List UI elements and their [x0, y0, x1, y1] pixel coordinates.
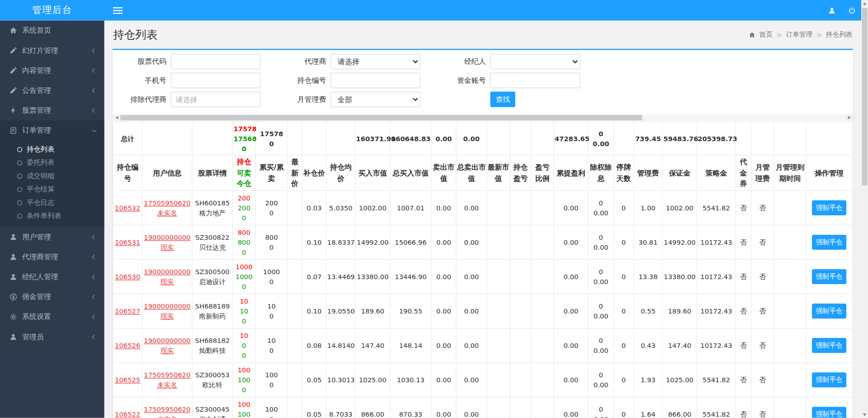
col-header-position-profit: 持仓盈亏 — [510, 155, 531, 191]
horizontal-scrollbar[interactable] — [113, 114, 853, 121]
menu-toggle-icon[interactable] — [113, 7, 123, 14]
sidebar-subitem-entrust[interactable]: 委托列表 — [0, 156, 104, 169]
sidebar-subitem-label: 平仓结算 — [27, 185, 54, 194]
col-header-mgmt-fee: 管理费 — [634, 155, 663, 191]
sidebar-item-content[interactable]: 内容管理 — [0, 61, 104, 81]
sidebar-item-home[interactable]: 系统首页 — [0, 20, 104, 40]
position-id-link[interactable]: 106525 — [115, 376, 140, 384]
sidebar-subitem-close-settle[interactable]: 平仓结算 — [0, 183, 104, 196]
broker-select[interactable] — [490, 54, 580, 69]
exclude-agent-input[interactable] — [171, 91, 261, 107]
user-tag-link[interactable]: 未实名 — [157, 209, 177, 217]
user-tag-link[interactable]: 未实名 — [157, 415, 177, 418]
totals-cell: 160648.83 — [390, 122, 431, 155]
breadcrumb-item[interactable]: 持仓列表 — [826, 30, 853, 39]
sidebar-item-slides[interactable]: 幻灯片管理 — [0, 41, 104, 61]
accum-profit: 0.00 — [554, 397, 588, 418]
sidebar-subitem-deals[interactable]: 成交明细 — [0, 169, 104, 182]
search-button[interactable]: 查找 — [490, 91, 515, 107]
user-phone-link[interactable]: 19000000000 — [144, 233, 190, 241]
position-row: 10653019000000000现实SZ300500启迪设计100010000… — [113, 260, 852, 294]
buy-value: 866.00 — [355, 397, 390, 418]
sidebar-item-settings[interactable]: 系统设置 — [0, 307, 104, 327]
user-tag-link[interactable]: 现实 — [160, 347, 174, 354]
strategy-fund: 10172.43 — [697, 328, 736, 363]
scroll-right-arrow-icon[interactable] — [845, 114, 853, 121]
sidebar-item-label: 系统首页 — [22, 25, 96, 35]
user-phone-link[interactable]: 19000000000 — [144, 302, 190, 310]
accum-buy-sell: 8000 — [255, 225, 288, 259]
margin: 1002.00 — [662, 190, 697, 225]
stock-name: 南新制药 — [193, 311, 232, 321]
user-phone-link[interactable]: 17505950620 — [144, 371, 190, 379]
position-id-link[interactable]: 106530 — [115, 273, 140, 280]
filter-row-1: 股票代码 代理商 请选择 经纪人 — [113, 54, 853, 69]
force-close-button[interactable]: 强制平仓 — [812, 304, 846, 318]
force-close-button[interactable]: 强制平仓 — [812, 235, 846, 250]
stock-code: SZ300500 — [193, 266, 232, 276]
sidebar-item-stocks[interactable]: 股票管理 — [0, 100, 104, 120]
sidebar-item-orders[interactable]: 订单管理 — [0, 120, 104, 140]
user-phone-link[interactable]: 19000000000 — [144, 268, 190, 276]
position-id-link[interactable]: 106531 — [115, 238, 140, 246]
stock-name: 华力创通 — [193, 414, 232, 418]
force-close-button[interactable]: 强制平仓 — [812, 338, 846, 353]
position-id-link[interactable]: 106522 — [115, 410, 140, 418]
position-id-link[interactable]: 106532 — [115, 204, 140, 212]
add-price: 0.07 — [302, 260, 326, 294]
sidebar-item-users[interactable]: 用户管理 — [0, 227, 104, 247]
sidebar-item-brokers[interactable]: 经纪人管理 — [0, 267, 104, 287]
force-close-button[interactable]: 强制平仓 — [812, 372, 846, 387]
monthly-fee: 否 — [751, 225, 774, 259]
position-row: 10652719000000000现实SH688189南新制药101001000… — [113, 294, 852, 328]
force-close-button[interactable]: 强制平仓 — [812, 200, 846, 215]
scroll-left-arrow-icon[interactable] — [113, 114, 120, 121]
breadcrumb-item[interactable]: 首页 — [759, 30, 772, 39]
phone-input[interactable] — [171, 73, 261, 88]
sidebar-item-label: 系统设置 — [22, 312, 93, 322]
accum-buy-sell: 10000 — [255, 260, 288, 294]
margin: 1025.00 — [662, 363, 697, 397]
position-no-input[interactable] — [330, 73, 420, 88]
position-id-link[interactable]: 106527 — [115, 307, 140, 315]
stock-code-input[interactable] — [171, 54, 261, 69]
page-title: 持仓列表 — [113, 27, 157, 42]
sidebar-item-commission[interactable]: 佣金管理 — [0, 287, 104, 307]
total-sell-value: 0.00 — [456, 328, 486, 363]
sidebar-subitem-positions[interactable]: 持仓列表 — [0, 142, 104, 156]
user-tag-link[interactable]: 现实 — [160, 312, 174, 320]
agent-select[interactable]: 请选择 — [330, 54, 420, 69]
position-amounts: 10100 — [233, 294, 255, 328]
sidebar-item-notice[interactable]: 公告管理 — [0, 81, 104, 100]
sidebar-subitem-condition-orders[interactable]: 条件单列表 — [0, 209, 104, 223]
scroll-up-arrow-icon[interactable] — [861, 0, 868, 7]
avg-price: 10.3013 — [326, 363, 355, 397]
user-phone-link[interactable]: 17505950620 — [144, 405, 190, 413]
vertical-scrollbar-thumb[interactable] — [862, 8, 867, 185]
user-tag-link[interactable]: 现实 — [160, 243, 174, 251]
user-icon[interactable] — [828, 6, 836, 14]
totals-cell — [487, 122, 510, 155]
user-phone-link[interactable]: 19000000000 — [144, 337, 190, 344]
force-close-button[interactable]: 强制平仓 — [812, 407, 846, 418]
horizontal-scrollbar-thumb[interactable] — [120, 115, 642, 120]
breadcrumb-item[interactable]: 订单管理 — [786, 30, 812, 39]
col-header-accum-profit: 累提盈利 — [554, 155, 588, 191]
user-tag-link[interactable]: 未实名 — [157, 381, 177, 389]
user-icon — [9, 333, 17, 341]
horizontal-scrollbar-track[interactable] — [120, 114, 845, 121]
monthly-fee-select[interactable]: 全部 — [330, 91, 420, 107]
sidebar-item-agents[interactable]: 代理商管理 — [0, 247, 104, 267]
vertical-scrollbar[interactable] — [861, 0, 868, 418]
position-id-link[interactable]: 106526 — [115, 342, 140, 349]
user-phone-link[interactable]: 17505950620 — [144, 199, 190, 207]
fund-account-input[interactable] — [490, 73, 580, 88]
sidebar-item-admins[interactable]: 管理员 — [0, 327, 104, 347]
sidebar-subitem-close-log[interactable]: 平仓日志 — [0, 196, 104, 209]
ex-rights: 00.00 — [588, 363, 613, 397]
col-header-accum-buy-sell: 累买/累卖 — [255, 155, 288, 191]
user-tag-link[interactable]: 现实 — [160, 278, 174, 285]
scroll-down-arrow-icon[interactable] — [861, 411, 868, 418]
power-icon[interactable] — [848, 6, 856, 14]
force-close-button[interactable]: 强制平仓 — [812, 269, 846, 284]
